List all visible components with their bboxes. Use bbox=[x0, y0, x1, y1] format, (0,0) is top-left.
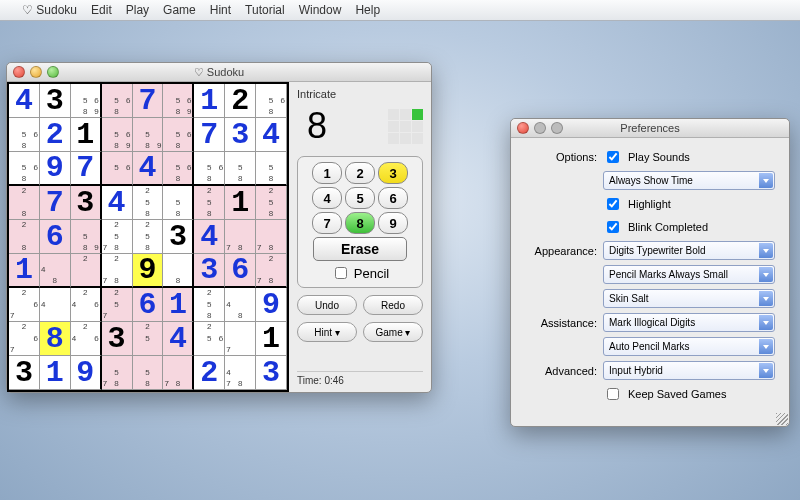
cell-1-5[interactable]: 568 bbox=[163, 118, 194, 152]
cell-1-2[interactable]: 1 bbox=[71, 118, 102, 152]
cell-1-7[interactable]: 3 bbox=[225, 118, 256, 152]
menu-help[interactable]: Help bbox=[355, 3, 380, 17]
cell-8-3[interactable]: 578 bbox=[102, 356, 133, 390]
pencil-checkbox[interactable] bbox=[335, 267, 347, 279]
cell-8-5[interactable]: 78 bbox=[163, 356, 194, 390]
cell-4-2[interactable]: 589 bbox=[71, 220, 102, 254]
cell-5-8[interactable]: 278 bbox=[256, 254, 287, 288]
erase-button[interactable]: Erase bbox=[313, 237, 407, 261]
cell-2-4[interactable]: 4 bbox=[133, 152, 164, 186]
keypad-3[interactable]: 3 bbox=[378, 162, 408, 184]
keypad-4[interactable]: 4 bbox=[312, 187, 342, 209]
menu-app[interactable]: ♡ Sudoku bbox=[22, 3, 77, 17]
cell-0-1[interactable]: 3 bbox=[40, 84, 71, 118]
cell-6-4[interactable]: 6 bbox=[133, 288, 164, 322]
cell-8-0[interactable]: 3 bbox=[9, 356, 40, 390]
keypad-1[interactable]: 1 bbox=[312, 162, 342, 184]
cell-2-5[interactable]: 568 bbox=[163, 152, 194, 186]
keypad-9[interactable]: 9 bbox=[378, 212, 408, 234]
cell-3-2[interactable]: 3 bbox=[71, 186, 102, 220]
close-icon[interactable] bbox=[13, 66, 25, 78]
cell-3-1[interactable]: 7 bbox=[40, 186, 71, 220]
cell-3-3[interactable]: 4 bbox=[102, 186, 133, 220]
menu-edit[interactable]: Edit bbox=[91, 3, 112, 17]
cell-3-4[interactable]: 258 bbox=[133, 186, 164, 220]
pencilmarks-popup[interactable]: Pencil Marks Always Small bbox=[603, 265, 775, 284]
cell-2-3[interactable]: 56 bbox=[102, 152, 133, 186]
keypad-5[interactable]: 5 bbox=[345, 187, 375, 209]
cell-4-1[interactable]: 6 bbox=[40, 220, 71, 254]
cell-8-7[interactable]: 478 bbox=[225, 356, 256, 390]
menu-window[interactable]: Window bbox=[299, 3, 342, 17]
cell-0-3[interactable]: 568 bbox=[102, 84, 133, 118]
sudoku-board[interactable]: 4356895687568912568568215689589568734568… bbox=[7, 82, 289, 392]
cell-4-6[interactable]: 4 bbox=[194, 220, 225, 254]
cell-8-6[interactable]: 2 bbox=[194, 356, 225, 390]
cell-3-0[interactable]: 28 bbox=[9, 186, 40, 220]
cell-7-2[interactable]: 246 bbox=[71, 322, 102, 356]
cell-1-6[interactable]: 7 bbox=[194, 118, 225, 152]
cell-7-1[interactable]: 8 bbox=[40, 322, 71, 356]
cell-0-4[interactable]: 7 bbox=[133, 84, 164, 118]
game-titlebar[interactable]: ♡ Sudoku bbox=[7, 63, 431, 82]
blink-checkbox[interactable] bbox=[607, 221, 619, 233]
menu-play[interactable]: Play bbox=[126, 3, 149, 17]
cell-5-3[interactable]: 278 bbox=[102, 254, 133, 288]
redo-button[interactable]: Redo bbox=[363, 295, 423, 315]
cell-5-6[interactable]: 3 bbox=[194, 254, 225, 288]
cell-5-4[interactable]: 9 bbox=[133, 254, 164, 288]
cell-2-7[interactable]: 58 bbox=[225, 152, 256, 186]
menu-game[interactable]: Game bbox=[163, 3, 196, 17]
keepsaved-checkbox[interactable] bbox=[607, 388, 619, 400]
cell-1-1[interactable]: 2 bbox=[40, 118, 71, 152]
highlight-checkbox[interactable] bbox=[607, 198, 619, 210]
minimize-icon[interactable] bbox=[30, 66, 42, 78]
cell-4-4[interactable]: 258 bbox=[133, 220, 164, 254]
keypad-7[interactable]: 7 bbox=[312, 212, 342, 234]
cell-5-0[interactable]: 1 bbox=[9, 254, 40, 288]
cell-3-8[interactable]: 258 bbox=[256, 186, 287, 220]
cell-2-2[interactable]: 7 bbox=[71, 152, 102, 186]
input-popup[interactable]: Input Hybrid bbox=[603, 361, 775, 380]
keypad-8[interactable]: 8 bbox=[345, 212, 375, 234]
cell-1-4[interactable]: 589 bbox=[133, 118, 164, 152]
skin-popup[interactable]: Skin Salt bbox=[603, 289, 775, 308]
cell-0-8[interactable]: 568 bbox=[256, 84, 287, 118]
cell-6-2[interactable]: 246 bbox=[71, 288, 102, 322]
cell-7-7[interactable]: 7 bbox=[225, 322, 256, 356]
cell-4-0[interactable]: 28 bbox=[9, 220, 40, 254]
cell-2-0[interactable]: 568 bbox=[9, 152, 40, 186]
cell-0-0[interactable]: 4 bbox=[9, 84, 40, 118]
cell-7-6[interactable]: 256 bbox=[194, 322, 225, 356]
cell-4-8[interactable]: 78 bbox=[256, 220, 287, 254]
cell-5-1[interactable]: 48 bbox=[40, 254, 71, 288]
cell-6-8[interactable]: 9 bbox=[256, 288, 287, 322]
cell-1-0[interactable]: 568 bbox=[9, 118, 40, 152]
close-icon[interactable] bbox=[517, 122, 529, 134]
menu-tutorial[interactable]: Tutorial bbox=[245, 3, 285, 17]
time-popup[interactable]: Always Show Time bbox=[603, 171, 775, 190]
cell-3-6[interactable]: 258 bbox=[194, 186, 225, 220]
cell-8-8[interactable]: 3 bbox=[256, 356, 287, 390]
cell-4-7[interactable]: 78 bbox=[225, 220, 256, 254]
cell-6-7[interactable]: 48 bbox=[225, 288, 256, 322]
cell-3-5[interactable]: 58 bbox=[163, 186, 194, 220]
cell-4-5[interactable]: 3 bbox=[163, 220, 194, 254]
cell-8-2[interactable]: 9 bbox=[71, 356, 102, 390]
cell-6-1[interactable]: 4 bbox=[40, 288, 71, 322]
game-button[interactable]: Game ▾ bbox=[363, 322, 423, 342]
cell-6-6[interactable]: 258 bbox=[194, 288, 225, 322]
cell-5-2[interactable]: 2 bbox=[71, 254, 102, 288]
cell-6-3[interactable]: 257 bbox=[102, 288, 133, 322]
illogical-popup[interactable]: Mark Illogical Digits bbox=[603, 313, 775, 332]
cell-1-3[interactable]: 5689 bbox=[102, 118, 133, 152]
keypad-6[interactable]: 6 bbox=[378, 187, 408, 209]
cell-7-0[interactable]: 267 bbox=[9, 322, 40, 356]
cell-2-8[interactable]: 58 bbox=[256, 152, 287, 186]
cell-1-8[interactable]: 4 bbox=[256, 118, 287, 152]
prefs-titlebar[interactable]: Preferences bbox=[511, 119, 789, 138]
cell-0-7[interactable]: 2 bbox=[225, 84, 256, 118]
cell-6-5[interactable]: 1 bbox=[163, 288, 194, 322]
undo-button[interactable]: Undo bbox=[297, 295, 357, 315]
autopencil-popup[interactable]: Auto Pencil Marks bbox=[603, 337, 775, 356]
